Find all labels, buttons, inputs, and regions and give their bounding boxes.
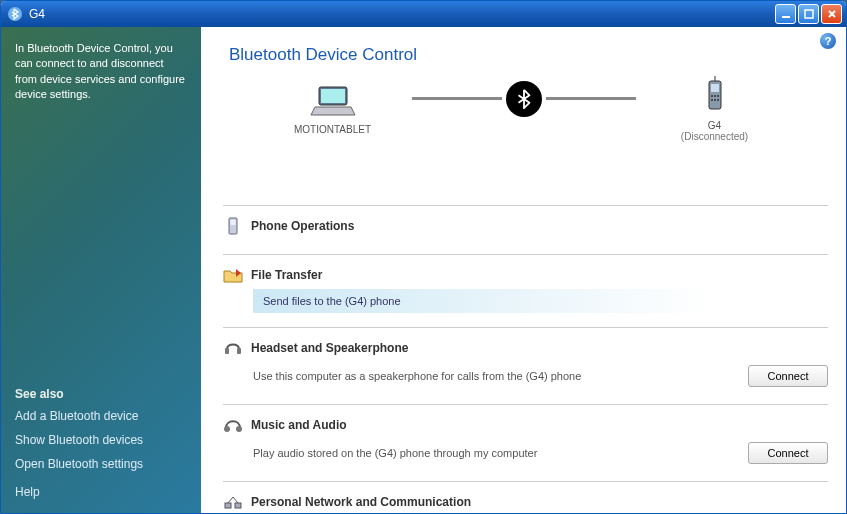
remote-device-node: G4 (Disconnected) (640, 75, 790, 142)
svg-point-11 (711, 99, 713, 101)
window-controls (775, 4, 842, 24)
help-icon[interactable]: ? (820, 33, 836, 49)
minimize-button[interactable] (775, 4, 796, 24)
svg-point-8 (711, 95, 713, 97)
headset-icon (223, 338, 243, 358)
remote-device-label: G4 (708, 120, 721, 131)
link-show-bluetooth-devices[interactable]: Show Bluetooth devices (15, 433, 187, 447)
see-also-section: See also Add a Bluetooth device Show Blu… (15, 387, 187, 499)
section-pan: Personal Network and Communication Join … (223, 481, 828, 513)
see-also-heading: See also (15, 387, 187, 401)
connect-button-headset[interactable]: Connect (748, 365, 828, 387)
music-description: Play audio stored on the (G4) phone thro… (253, 439, 736, 467)
svg-point-18 (224, 426, 230, 432)
section-title: Phone Operations (251, 219, 354, 233)
section-headset: Headset and Speakerphone Use this comput… (223, 327, 828, 404)
svg-point-19 (236, 426, 242, 432)
connection-line-left (412, 97, 502, 100)
svg-rect-17 (237, 348, 241, 354)
svg-rect-6 (711, 84, 719, 92)
remote-device-status: (Disconnected) (681, 131, 748, 142)
window-frame: G4 In Bluetooth Device Control, you can … (0, 0, 847, 514)
window-body: In Bluetooth Device Control, you can con… (1, 27, 846, 513)
link-add-bluetooth-device[interactable]: Add a Bluetooth device (15, 409, 187, 423)
close-button[interactable] (821, 4, 842, 24)
svg-point-12 (714, 99, 716, 101)
services-scroll-area[interactable]: Phone Operations File Transfer Send file… (201, 205, 846, 513)
headset-description: Use this computer as a speakerphone for … (253, 362, 736, 390)
phone-icon (703, 75, 727, 118)
svg-rect-21 (235, 503, 241, 508)
bluetooth-center-icon (506, 81, 542, 117)
laptop-icon (309, 83, 357, 122)
connection-line-right (546, 97, 636, 100)
svg-point-10 (717, 95, 719, 97)
local-device-node: MOTIONTABLET (258, 83, 408, 135)
network-icon (223, 492, 243, 512)
section-file-transfer: File Transfer Send files to the (G4) pho… (223, 254, 828, 327)
section-title: Music and Audio (251, 418, 347, 432)
section-title: Personal Network and Communication (251, 495, 471, 509)
connect-button-music[interactable]: Connect (748, 442, 828, 464)
link-help[interactable]: Help (15, 485, 187, 499)
svg-point-9 (714, 95, 716, 97)
sidebar: In Bluetooth Device Control, you can con… (1, 27, 201, 513)
file-transfer-icon (223, 265, 243, 285)
sidebar-intro-text: In Bluetooth Device Control, you can con… (15, 41, 187, 103)
svg-rect-2 (805, 10, 813, 18)
headphones-icon (223, 415, 243, 435)
svg-rect-1 (782, 16, 790, 18)
section-music: Music and Audio Play audio stored on the… (223, 404, 828, 481)
section-phone-operations: Phone Operations (223, 205, 828, 254)
action-send-files[interactable]: Send files to the (G4) phone (253, 289, 828, 313)
window-title: G4 (29, 7, 775, 21)
main-panel: ? Bluetooth Device Control MOTIONTABLET (201, 27, 846, 513)
maximize-button[interactable] (798, 4, 819, 24)
link-open-bluetooth-settings[interactable]: Open Bluetooth settings (15, 457, 187, 471)
section-title: Headset and Speakerphone (251, 341, 408, 355)
titlebar[interactable]: G4 (1, 1, 846, 27)
phone-ops-icon (223, 216, 243, 236)
section-title: File Transfer (251, 268, 322, 282)
svg-rect-20 (225, 503, 231, 508)
svg-rect-4 (321, 89, 345, 103)
svg-rect-15 (231, 220, 236, 225)
app-icon (7, 6, 23, 22)
connection-diagram: MOTIONTABLET G4 (Disconnected) (201, 75, 846, 150)
local-device-label: MOTIONTABLET (294, 124, 371, 135)
page-title: Bluetooth Device Control (201, 27, 846, 75)
svg-rect-16 (225, 348, 229, 354)
svg-point-13 (717, 99, 719, 101)
